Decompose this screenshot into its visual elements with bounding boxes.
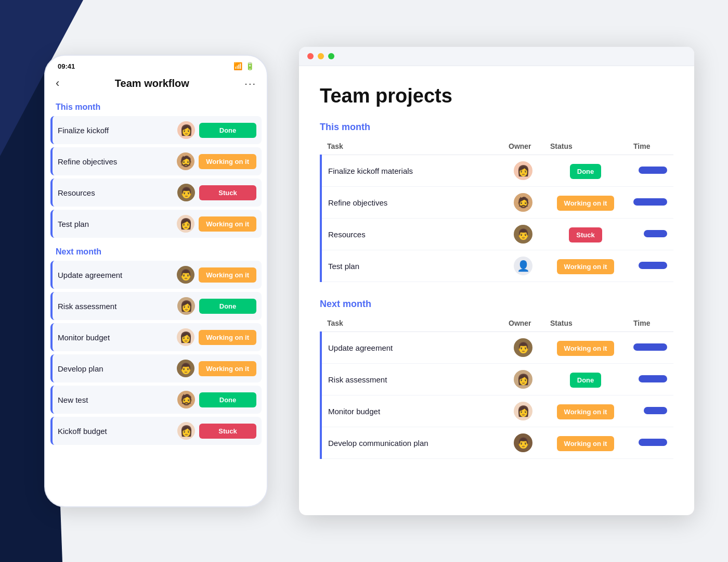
status-cell[interactable]: Done [544,364,627,395]
time-cell [627,395,673,427]
status-badge[interactable]: Working on it [199,361,256,376]
browser-window: Team projects This month Task Owner Stat… [299,47,694,515]
table-row: Refine objectives 🧔 Working on it [321,187,673,219]
task-row: New test 🧔 Done [50,386,262,414]
time-cell [627,219,673,250]
task-name: Update agreement [321,332,502,364]
task-row: Test plan 👩 Working on it [50,210,262,238]
task-name: Kickoff budget [58,427,173,436]
status-badge[interactable]: Done [199,123,256,138]
desktop-next-month-body: Update agreement 👨 Working on it Risk as… [321,332,673,459]
status-badge[interactable]: Working on it [199,216,256,232]
next-month-table: Task Owner Status Time Update agreement … [320,315,673,459]
status-badge[interactable]: Working on it [199,154,256,169]
col-status: Status [544,138,627,155]
task-name: Finalize kickoff materials [321,155,502,187]
avatar: 👩 [514,402,532,420]
avatar: 👩 [514,370,532,389]
time-cell [627,155,673,187]
task-name: Test plan [321,250,502,282]
phone-device: 09:41 📶 🔋 ‹ Team workflow ··· This month… [44,55,268,507]
col-status-2: Status [544,315,627,332]
status-badge[interactable]: Done [570,164,602,179]
status-cell[interactable]: Working on it [544,250,627,282]
phone-nav: ‹ Team workflow ··· [45,70,267,96]
avatar: 👩 [177,215,194,233]
time-cell [627,250,673,282]
table-row: Finalize kickoff materials 👩 Done [321,155,673,187]
more-options-button[interactable]: ··· [244,78,256,90]
status-icons: 📶 🔋 [233,62,254,70]
avatar: 👩 [514,161,532,180]
time-cell [627,187,673,219]
status-badge[interactable]: Stuck [199,424,256,439]
avatar: 👨 [514,225,532,244]
avatar: 👩 [177,422,195,440]
status-badge[interactable]: Working on it [199,267,256,283]
table-row: Update agreement 👨 Working on it [321,332,673,364]
status-badge[interactable]: Working on it [557,196,615,211]
avatar: 👨 [514,433,532,452]
col-owner: Owner [502,138,544,155]
status-badge[interactable]: Done [199,299,256,314]
minimize-dot[interactable] [318,53,324,59]
table-row: Risk assessment 👩 Done [321,364,673,395]
avatar: 👩 [177,328,194,346]
task-name: Develop communication plan [321,427,502,459]
desktop-this-month-label: This month [320,122,673,133]
avatar: 👩 [177,297,195,315]
status-badge[interactable]: Stuck [199,185,256,200]
time-bar [644,407,667,414]
status-badge[interactable]: Done [570,373,602,388]
phone-time: 09:41 [58,62,75,70]
status-badge[interactable]: Stuck [569,227,602,242]
task-name: Update agreement [58,271,173,279]
table-row: Monitor budget 👩 Working on it [321,395,673,427]
time-cell [627,364,673,395]
maximize-dot[interactable] [328,53,334,59]
status-badge[interactable]: Working on it [199,330,256,345]
avatar-cell: 👨 [502,219,544,250]
task-name: Refine objectives [58,157,173,166]
status-cell[interactable]: Working on it [544,395,627,427]
task-name: Risk assessment [321,364,502,395]
avatar-cell: 👩 [502,155,544,187]
status-cell[interactable]: Working on it [544,427,627,459]
close-dot[interactable] [307,53,314,59]
status-cell[interactable]: Done [544,155,627,187]
desktop-wrapper: Team projects This month Task Owner Stat… [299,47,694,515]
phone-wrapper: 09:41 📶 🔋 ‹ Team workflow ··· This month… [34,42,278,520]
task-name: Develop plan [58,364,173,373]
avatar: 👨 [177,266,194,284]
phone-this-month-label: This month [50,96,262,116]
task-row: Kickoff budget 👩 Stuck [50,417,262,445]
task-name: New test [58,395,173,404]
task-row: Finalize kickoff 👩 Done [50,116,262,144]
task-name: Resources [321,219,502,250]
back-button[interactable]: ‹ [56,76,59,90]
status-badge[interactable]: Done [199,392,256,407]
task-row: Develop plan 👨 Working on it [50,354,262,382]
phone-next-month-list: Update agreement 👨 Working on it Risk as… [50,261,262,445]
avatar: 🧔 [177,391,195,408]
task-row: Monitor budget 👩 Working on it [50,323,262,351]
table-row: Resources 👨 Stuck [321,219,673,250]
this-month-table: Task Owner Status Time Finalize kickoff … [320,138,673,282]
status-badge[interactable]: Working on it [557,404,615,419]
time-cell [627,427,673,459]
status-badge[interactable]: Working on it [557,341,615,356]
status-cell[interactable]: Stuck [544,219,627,250]
avatar: 👨 [177,184,195,201]
col-time-2: Time [627,315,673,332]
task-row: Risk assessment 👩 Done [50,292,262,320]
col-task-2: Task [321,315,502,332]
status-badge[interactable]: Working on it [557,259,615,274]
status-cell[interactable]: Working on it [544,332,627,364]
avatar: 👤 [514,257,532,275]
task-row: Resources 👨 Stuck [50,178,262,207]
time-bar [639,439,667,446]
status-badge[interactable]: Working on it [557,436,615,451]
status-cell[interactable]: Working on it [544,187,627,219]
wifi-icon: 📶 [233,62,242,70]
time-bar [639,167,667,174]
